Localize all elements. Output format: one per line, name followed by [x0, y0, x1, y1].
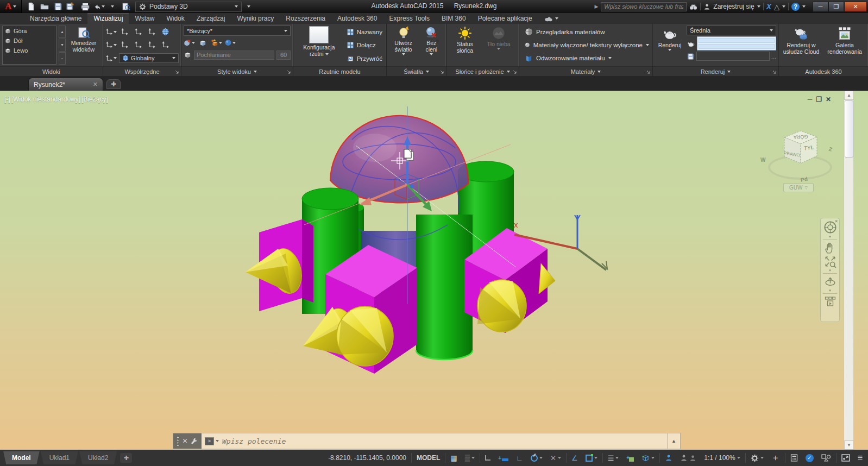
yellow-cone-right-side[interactable] — [539, 263, 555, 294]
green-cylinder-back-right[interactable] — [458, 161, 514, 280]
command-line-grip[interactable]: ✕ — [173, 433, 202, 449]
view-manager-button[interactable]: Menedżer widoków — [68, 26, 99, 65]
vertical-scrollbar[interactable]: ▲ ▼ — [844, 91, 853, 450]
vp-close-icon[interactable]: ✕ — [826, 96, 831, 103]
materials-toggle-button[interactable]: Materiały włączone/ tekstury wyłączone — [524, 39, 650, 51]
save-as-button[interactable]: ✎ — [66, 2, 78, 12]
wheel-caret-icon[interactable]: ▾ — [829, 235, 831, 238]
redo-button[interactable] — [106, 2, 118, 12]
polar-tracking-toggle[interactable]: + — [494, 450, 512, 466]
object-snap-3d-toggle[interactable] — [638, 450, 658, 466]
new-layout-button[interactable]: ✚ — [120, 453, 132, 463]
clean-screen-button[interactable] — [838, 450, 854, 466]
graphics-performance-button[interactable]: ✓ — [802, 450, 817, 466]
minimize-button[interactable]: ─ — [813, 2, 828, 12]
compass-east-label[interactable]: Z — [828, 146, 833, 152]
quick-properties-button[interactable] — [787, 450, 802, 466]
render-window-icon[interactable] — [687, 40, 695, 48]
new-tab-button[interactable]: ✚ — [106, 79, 121, 89]
new-file-button[interactable] — [25, 2, 37, 12]
command-line-bar[interactable]: ✕ > ▲ — [173, 433, 681, 449]
sky-background-button[interactable]: Tło nieba — [483, 26, 514, 65]
transparency-toggle[interactable]: + — [622, 450, 638, 466]
tab-widok[interactable]: Widok — [160, 13, 190, 24]
orbit-icon[interactable] — [823, 275, 837, 288]
gizmo-center-grip[interactable] — [410, 185, 414, 188]
file-tab-close-icon[interactable]: ✕ — [93, 81, 98, 88]
expand-gallery-icon[interactable]: ⌄ — [59, 52, 66, 65]
absorption-field[interactable]: Pochłanianie — [194, 51, 274, 60]
plot-button[interactable] — [79, 2, 91, 12]
sun-status-button[interactable]: Status słońca — [451, 26, 479, 65]
orbit-caret-icon[interactable]: ▾ — [829, 288, 831, 292]
tab-wstaw[interactable]: Wstaw — [129, 13, 160, 24]
viewport-config-button[interactable]: Konfiguracja rzutni — [295, 26, 343, 65]
compass-south-label[interactable]: Pd — [800, 176, 808, 183]
tab-uklad2[interactable]: Układ2 — [79, 451, 117, 464]
no-shadows-button[interactable]: Bez cieni — [420, 26, 443, 65]
render-output-field[interactable] — [696, 52, 770, 61]
panel-title-rzutnie[interactable]: Rzutnie modelu — [293, 66, 386, 76]
panel-launcher-icon[interactable] — [287, 70, 291, 74]
show-motion-icon[interactable] — [823, 295, 837, 308]
command-input[interactable] — [222, 433, 667, 449]
sphere-stem[interactable] — [361, 231, 429, 295]
grip-dots-icon[interactable] — [177, 436, 179, 446]
ucs-select-dropdown[interactable]: Globalny — [119, 53, 179, 63]
ucs-view-button[interactable] — [160, 27, 171, 37]
zoom-caret-icon[interactable]: ▾ — [829, 268, 831, 272]
create-light-button[interactable]: Utwórz światło — [390, 26, 417, 65]
viewport-join-button[interactable]: Dołącz — [345, 39, 384, 52]
tab-wyniki-pracy[interactable]: Wyniki pracy — [231, 13, 280, 24]
restore-button[interactable]: ❐ — [828, 2, 844, 12]
object-snap-2d-toggle[interactable]: ✕ — [546, 450, 565, 466]
render-gallery-button[interactable]: Galeria renderowania — [823, 26, 866, 65]
drawing-viewport[interactable]: x [-] [Widok niestandardowy] [Bieżący] ─… — [0, 91, 868, 450]
tab-polecane-aplikacje[interactable]: Polecane aplikacje — [472, 13, 538, 24]
scroll-up-arrow[interactable]: ▲ — [844, 91, 854, 100]
scroll-down-icon[interactable]: ▼ — [59, 39, 66, 51]
gizmo-y-arrow[interactable] — [423, 201, 432, 211]
sign-in-button[interactable]: Zarejestruj się — [713, 3, 754, 10]
ucs-origin-button[interactable] — [133, 27, 144, 37]
panel-launcher-icon[interactable] — [440, 70, 444, 74]
lineweight-angle-toggle[interactable]: ∠ — [568, 450, 582, 466]
magenta-box-left[interactable] — [246, 219, 313, 311]
save-button[interactable] — [52, 2, 64, 12]
infocenter-expand-icon[interactable]: ▶ — [594, 4, 598, 9]
material-browser-button[interactable]: Przeglądarka materiałów — [524, 26, 650, 38]
panel-launcher-icon[interactable] — [646, 70, 651, 74]
recent-commands-icon[interactable]: > — [205, 437, 214, 445]
panel-title-slonce[interactable]: Słońce i położenie — [446, 66, 519, 76]
ucs-face-button[interactable] — [146, 27, 158, 37]
vp-restore-icon[interactable]: ❐ — [816, 96, 822, 103]
isolines-button[interactable] — [184, 37, 195, 48]
annotation-visibility-toggle[interactable] — [661, 450, 676, 466]
tab-uklad1[interactable]: Układ1 — [41, 451, 78, 464]
a360-icon[interactable]: △ — [774, 3, 779, 11]
scroll-up-icon[interactable]: ▲ — [59, 26, 66, 38]
view-cube[interactable]: W Pd Z GÓRA TYŁ PRAWO GUW ▽ — [759, 112, 841, 195]
tab-autodesk-360[interactable]: Autodesk 360 — [331, 13, 383, 24]
close-button[interactable]: ✕ — [844, 2, 867, 12]
recent-commands-caret-icon[interactable] — [216, 440, 219, 442]
tab-rozszerzenia[interactable]: Rozszerzenia — [280, 13, 331, 24]
coordinates-display[interactable]: -8.8210, -115.1405, 0.0000 — [324, 450, 410, 466]
ucs-3point-button[interactable] — [160, 40, 171, 51]
shaded-button[interactable] — [197, 37, 209, 48]
isolate-objects-button[interactable] — [817, 450, 835, 466]
workspace-dropdown[interactable]: Podstawy 3D — [135, 2, 242, 12]
undo-button[interactable] — [93, 2, 105, 12]
edge-color-button[interactable] — [211, 37, 222, 48]
view-item-dol[interactable]: Dół — [3, 36, 56, 46]
gizmo-z-arrow[interactable] — [404, 136, 411, 145]
object-snap-toggle[interactable] — [582, 450, 601, 466]
viewcube-cube[interactable]: GÓRA TYŁ PRAWO — [780, 128, 820, 167]
panel-launcher-icon[interactable] — [513, 70, 517, 74]
dome-sphere-selected[interactable] — [330, 116, 468, 240]
viewport-named-button[interactable]: Nazwany — [345, 26, 384, 38]
ucs-object-button[interactable] — [133, 40, 144, 51]
yellow-cone-center-front[interactable] — [337, 306, 393, 366]
grid-toggle[interactable]: ▦ — [446, 450, 461, 466]
panel-title-a360[interactable]: Autodesk 360 — [779, 66, 868, 76]
